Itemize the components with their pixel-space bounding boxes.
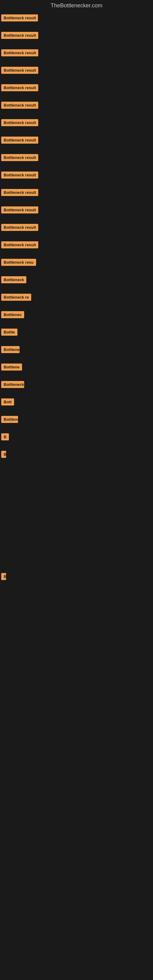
bottleneck-badge: Bott	[1, 398, 14, 406]
list-item: Bottleneck re	[1, 291, 152, 308]
list-item: Bott	[1, 395, 152, 413]
list-item: Bottlenec	[1, 343, 152, 360]
list-item: Bottleneck resu	[1, 256, 152, 273]
list-item: Bottleneck result	[1, 535, 152, 552]
list-item: Bottlenec	[1, 448, 152, 465]
list-item: Bottleneck result	[1, 204, 152, 221]
list-item: Bottleneck result	[1, 605, 152, 622]
bottleneck-badge: Bottleneck result	[1, 172, 38, 178]
list-item: Bottlenec	[1, 308, 152, 326]
list-item: Bottleneck result	[1, 640, 152, 657]
items-container: Bottleneck resultBottleneck resultBottle…	[0, 11, 153, 692]
list-item: Bottleneck	[1, 378, 152, 395]
bottleneck-badge: Bottleneck resu	[1, 259, 36, 266]
list-item: Bottlenec	[1, 413, 152, 430]
bottleneck-badge: Bottlene	[1, 364, 22, 371]
list-item: Bottleneck result	[1, 552, 152, 570]
bottleneck-badge: Bottleneck	[1, 381, 24, 388]
list-item: Bottleneck result	[1, 500, 152, 517]
bottleneck-badge: Bottleneck result	[1, 102, 38, 109]
list-item: Bottle	[1, 326, 152, 343]
list-item: Bottleneck result	[1, 238, 152, 256]
bottleneck-badge: Bottlenec	[1, 416, 18, 423]
bottleneck-badge: Bottleneck result	[1, 207, 38, 213]
list-item: Bottleneck result	[1, 116, 152, 134]
bottleneck-badge: Bottleneck result	[1, 49, 38, 56]
bottleneck-badge: Bottlenec	[1, 311, 24, 318]
list-item: Bottleneck result	[1, 99, 152, 116]
bottleneck-badge: Bottleneck result	[1, 154, 38, 161]
bottleneck-badge: Bottlenec	[1, 346, 19, 353]
list-item: Bottleneck result	[1, 151, 152, 169]
bottleneck-badge: Bottleneck result	[1, 32, 38, 39]
list-item: Bottleneck result	[1, 483, 152, 500]
bottleneck-badge: Bottle	[1, 329, 18, 336]
bottleneck-badge: Bottleneck result	[1, 84, 38, 91]
list-item: Bottleneck result	[1, 622, 152, 640]
list-item: Bottleneck result	[1, 29, 152, 46]
list-item: Bottleneck result	[1, 64, 152, 81]
list-item: Bottlene	[1, 360, 152, 378]
bottleneck-badge: Bottleneck	[1, 276, 26, 283]
list-item: Bottleneck result	[1, 46, 152, 64]
bottleneck-badge: Bottlenec	[1, 451, 6, 458]
list-item: Bottleneck result	[1, 465, 152, 483]
bottleneck-badge: Bottleneck re	[1, 294, 31, 301]
list-item: B	[1, 430, 152, 448]
list-item: B	[1, 570, 152, 587]
bottleneck-badge: Bottleneck result	[1, 241, 38, 248]
list-item: Bottleneck result	[1, 11, 152, 29]
list-item: Bottleneck	[1, 273, 152, 291]
list-item: Bottleneck result	[1, 517, 152, 535]
list-item: Bottleneck result	[1, 675, 152, 692]
site-title: TheBottlenecker.com	[0, 0, 153, 11]
list-item: Bottleneck result	[1, 186, 152, 204]
bottleneck-badge: Bottleneck result	[1, 189, 38, 196]
list-item: Bottleneck result	[1, 134, 152, 151]
bottleneck-badge: B	[1, 433, 9, 441]
list-item: Bottleneck result	[1, 81, 152, 99]
bottleneck-badge: Bottleneck result	[1, 224, 38, 231]
list-item: Bottleneck result	[1, 221, 152, 238]
list-item: Bottleneck result	[1, 587, 152, 605]
list-item: Bottleneck result	[1, 657, 152, 675]
list-item: Bottleneck result	[1, 169, 152, 186]
bottleneck-badge: B	[1, 573, 6, 580]
bottleneck-badge: Bottleneck result	[1, 14, 38, 21]
bottleneck-badge: Bottleneck result	[1, 137, 38, 144]
bottleneck-badge: Bottleneck result	[1, 67, 38, 74]
bottleneck-badge: Bottleneck result	[1, 119, 38, 126]
